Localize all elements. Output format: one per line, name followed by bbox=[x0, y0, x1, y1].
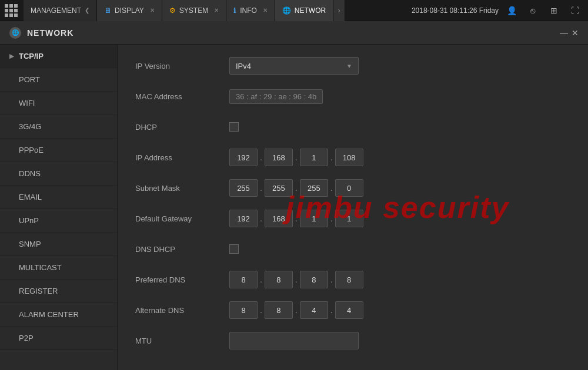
sidebar-p2p-label: P2P bbox=[19, 334, 34, 342]
sidebar-register-label: REGISTER bbox=[19, 287, 58, 295]
alternate-dns-a[interactable] bbox=[229, 301, 258, 319]
preferred-dns-row: Preferred DNS . . . bbox=[135, 270, 570, 289]
display-icon: 🖥 bbox=[104, 6, 111, 15]
ip-version-select[interactable]: IPv4 ▼ bbox=[229, 57, 359, 75]
pdns-dot-2: . bbox=[295, 275, 298, 284]
preferred-dns-value: . . . bbox=[229, 271, 363, 288]
close-page-btn[interactable]: ✕ bbox=[572, 28, 579, 38]
sidebar-item-multicast[interactable]: MULTICAST bbox=[0, 256, 117, 280]
alternate-dns-d[interactable] bbox=[335, 301, 363, 319]
subnet-mask-a[interactable] bbox=[229, 179, 258, 197]
sidebar-item-port[interactable]: PORT bbox=[0, 68, 117, 92]
sidebar-item-register[interactable]: REGISTER bbox=[0, 280, 117, 303]
apps-icon[interactable] bbox=[5, 4, 18, 17]
dns-dhcp-row: DNS DHCP bbox=[135, 240, 570, 258]
mtu-row: MTU bbox=[135, 331, 570, 350]
sidebar-port-label: PORT bbox=[19, 75, 40, 84]
preferred-dns-label: Preferred DNS bbox=[135, 275, 229, 284]
ip-address-row: IP Address . . . bbox=[135, 148, 570, 167]
tab-info-close[interactable]: ✕ bbox=[263, 7, 268, 14]
dhcp-row: DHCP bbox=[135, 117, 570, 136]
gateway-dot-1: . bbox=[260, 214, 262, 223]
preferred-dns-d[interactable] bbox=[335, 271, 363, 288]
ip-address-value: . . . bbox=[229, 149, 363, 166]
sidebar-item-email[interactable]: EMAIL bbox=[0, 186, 117, 209]
gateway-d[interactable] bbox=[335, 210, 363, 227]
top-bar-right: 2018-08-31 08:11:26 Friday 👤 ⎋ ⊞ ⛶ bbox=[412, 2, 583, 19]
preferred-dns-b[interactable] bbox=[265, 271, 293, 288]
ip-address-c[interactable] bbox=[300, 149, 328, 166]
tab-network[interactable]: 🌐 NETWOR bbox=[275, 0, 333, 21]
sidebar-item-3g4g[interactable]: 3G/4G bbox=[0, 115, 117, 139]
default-gateway-value: . . . bbox=[229, 210, 363, 227]
tab-system[interactable]: ⚙ SYSTEM ✕ bbox=[162, 0, 226, 21]
gateway-b[interactable] bbox=[265, 210, 293, 227]
management-chevron: ❮ bbox=[85, 7, 89, 14]
adns-dot-2: . bbox=[295, 305, 298, 315]
sidebar-wifi-label: WIFI bbox=[19, 99, 35, 107]
tab-display-label: DISPLAY bbox=[115, 6, 144, 15]
dns-dhcp-value bbox=[229, 244, 239, 254]
gateway-a[interactable] bbox=[229, 210, 258, 227]
sidebar-item-alarmcenter[interactable]: ALARM CENTER bbox=[0, 303, 117, 327]
sidebar-item-tcpip[interactable]: ▶ TCP/IP bbox=[0, 45, 117, 68]
page-header-actions: — ✕ bbox=[560, 28, 579, 38]
mtu-input[interactable] bbox=[229, 332, 359, 349]
alternate-dns-b[interactable] bbox=[265, 301, 293, 319]
mac-address-label: MAC Address bbox=[135, 92, 229, 101]
mac-address-value: 36 : af : 29 : ae : 96 : 4b bbox=[229, 89, 323, 104]
info-icon: ℹ bbox=[233, 6, 236, 15]
tab-system-close[interactable]: ✕ bbox=[214, 7, 219, 14]
tab-display[interactable]: 🖥 DISPLAY ✕ bbox=[97, 0, 162, 21]
mac-address-display: 36 : af : 29 : ae : 96 : 4b bbox=[229, 89, 323, 104]
minimize-btn[interactable]: — bbox=[560, 28, 568, 38]
sidebar-item-ddns[interactable]: DDNS bbox=[0, 162, 117, 186]
management-label: MANAGEMENT bbox=[31, 6, 81, 15]
grid-icon-btn[interactable]: ⊞ bbox=[546, 2, 562, 19]
fullscreen-icon-btn[interactable]: ⛶ bbox=[567, 2, 583, 19]
tab-display-close[interactable]: ✕ bbox=[150, 7, 155, 14]
sidebar-multicast-label: MULTICAST bbox=[19, 263, 62, 272]
sidebar-tcpip-label: TCP/IP bbox=[19, 52, 44, 60]
user-icon-btn[interactable]: 👤 bbox=[503, 2, 520, 19]
sidebar-ddns-label: DDNS bbox=[19, 169, 41, 178]
tab-overflow[interactable]: › bbox=[333, 0, 345, 21]
tab-network-label: NETWOR bbox=[295, 6, 326, 15]
sidebar-upnp-label: UPnP bbox=[19, 216, 39, 225]
preferred-dns-c[interactable] bbox=[300, 271, 328, 288]
content-area: IP Version IPv4 ▼ MAC Address 36 : af : … bbox=[118, 45, 588, 370]
ip-address-d[interactable] bbox=[335, 149, 363, 166]
dhcp-checkbox[interactable] bbox=[229, 122, 239, 132]
gateway-c[interactable] bbox=[300, 210, 328, 227]
subnet-mask-b[interactable] bbox=[265, 179, 293, 197]
ip-address-a[interactable] bbox=[229, 149, 258, 166]
pdns-dot-3: . bbox=[330, 275, 333, 284]
tab-info[interactable]: ℹ INFO ✕ bbox=[226, 0, 275, 21]
sidebar-item-pppoe[interactable]: PPPoE bbox=[0, 139, 117, 162]
logout-icon-btn[interactable]: ⎋ bbox=[524, 2, 541, 19]
system-icon: ⚙ bbox=[169, 6, 176, 15]
ip-version-value: IPv4 ▼ bbox=[229, 57, 359, 75]
subnet-mask-d[interactable] bbox=[335, 179, 363, 197]
alternate-dns-c[interactable] bbox=[300, 301, 328, 319]
dns-dhcp-checkbox[interactable] bbox=[229, 244, 239, 254]
sidebar-item-p2p[interactable]: P2P bbox=[0, 327, 117, 350]
sidebar-item-wifi[interactable]: WIFI bbox=[0, 92, 117, 115]
adns-dot-1: . bbox=[260, 305, 262, 315]
alternate-dns-row: Alternate DNS . . . bbox=[135, 301, 570, 319]
ip-address-b[interactable] bbox=[265, 149, 293, 166]
subnet-mask-c[interactable] bbox=[300, 179, 328, 197]
tab-management[interactable]: MANAGEMENT ❮ bbox=[24, 0, 97, 21]
network-page-icon: 🌐 bbox=[9, 27, 21, 39]
datetime-display: 2018-08-31 08:11:26 Friday bbox=[412, 6, 499, 15]
ip-dot-1: . bbox=[260, 153, 262, 162]
gateway-dot-2: . bbox=[295, 214, 298, 223]
subnet-dot-3: . bbox=[330, 183, 333, 193]
gateway-dot-3: . bbox=[330, 214, 333, 223]
sidebar-item-snmp[interactable]: SNMP bbox=[0, 233, 117, 256]
mac-address-row: MAC Address 36 : af : 29 : ae : 96 : 4b bbox=[135, 87, 570, 106]
preferred-dns-a[interactable] bbox=[229, 271, 258, 288]
sidebar-item-upnp[interactable]: UPnP bbox=[0, 209, 117, 233]
sidebar-snmp-label: SNMP bbox=[19, 240, 41, 248]
subnet-dot-2: . bbox=[295, 183, 298, 193]
